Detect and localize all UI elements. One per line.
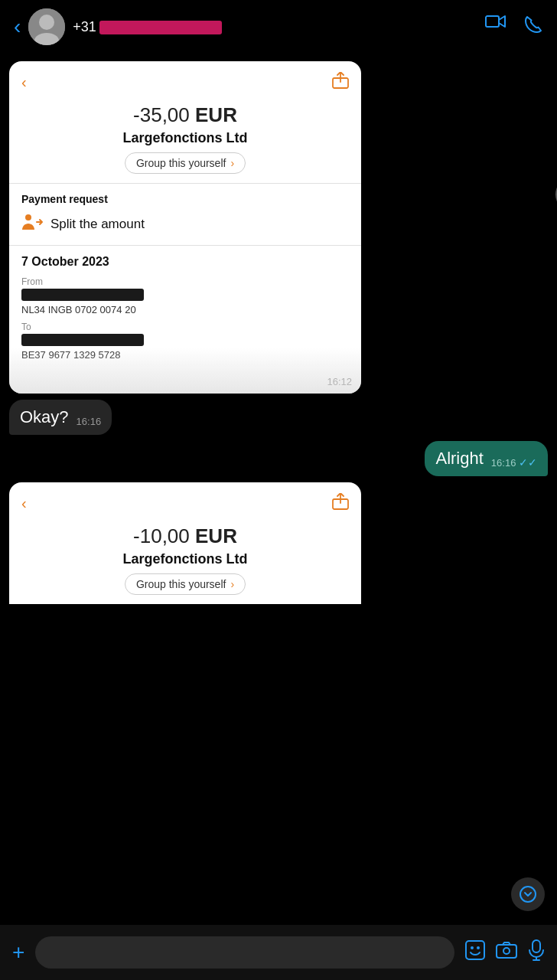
card-amount-2: -10,00 EUR — [21, 524, 349, 548]
avatar[interactable] — [28, 8, 65, 45]
group-yourself-button-2[interactable]: Group this yourself › — [125, 573, 246, 595]
bubble-okay-text: Okay? — [20, 407, 69, 427]
to-redacted-1 — [21, 334, 144, 346]
chat-area: ‹ -35,00 EUR Largefonctions Ltd Group th… — [0, 54, 557, 671]
card-merchant-1: Largefonctions Ltd — [21, 130, 349, 146]
card-date-1: 7 October 2023 — [21, 255, 349, 269]
payment-request-label-1: Payment request — [21, 193, 349, 205]
contact-name: +31 — [73, 19, 485, 35]
card-timestamp-1: 16:12 — [9, 373, 361, 394]
sent-message-alright: Alright 16:16 ✓✓ — [9, 441, 548, 476]
camera-button[interactable] — [496, 942, 517, 963]
card-amount-section-2: -10,00 EUR Largefonctions Ltd Group this… — [9, 520, 361, 604]
card-share-button-1[interactable] — [332, 72, 349, 93]
payment-card-2: ‹ -10,00 EUR Largefonctions Ltd Group th… — [9, 482, 361, 604]
card-header-1: ‹ — [9, 61, 361, 99]
to-label-1: To — [21, 322, 349, 332]
bubble-alright: Alright 16:16 ✓✓ — [425, 441, 548, 476]
redacted-number — [99, 21, 222, 34]
from-redacted-1 — [21, 289, 144, 301]
split-row-1[interactable]: Split the amount — [21, 213, 349, 236]
split-icon-1 — [21, 213, 43, 236]
double-check-icon: ✓✓ — [519, 456, 537, 469]
card-amount-1: -35,00 EUR — [21, 103, 349, 127]
card-from-to-1: From NL34 INGB 0702 0074 20 To BE37 9677… — [21, 276, 349, 370]
bubble-alright-time: 16:16 ✓✓ — [491, 456, 537, 469]
payment-card-2-wrap: ‹ -10,00 EUR Largefonctions Ltd Group th… — [9, 482, 548, 604]
to-account-1: BE37 9677 1329 5728 — [21, 349, 349, 361]
card-date-section-1: 7 October 2023 From NL34 INGB 0702 0074 … — [9, 245, 361, 373]
bubble-alright-text: Alright — [435, 449, 483, 469]
svg-point-12 — [503, 948, 510, 954]
svg-rect-11 — [497, 945, 516, 958]
message-input[interactable] — [35, 936, 454, 969]
card-back-button-1[interactable]: ‹ — [21, 74, 27, 91]
svg-point-5 — [25, 214, 31, 220]
bubble-okay: Okay? 16:16 — [9, 400, 112, 435]
svg-rect-13 — [533, 940, 540, 952]
svg-point-7 — [520, 887, 536, 902]
card-share-button-2[interactable] — [332, 493, 349, 514]
svg-point-1 — [39, 15, 54, 30]
card-back-button-2[interactable]: ‹ — [21, 495, 27, 512]
svg-rect-3 — [486, 16, 499, 27]
card-merchant-2: Largefonctions Ltd — [21, 551, 349, 567]
top-bar: ‹ +31 — [0, 0, 557, 54]
sticker-button[interactable] — [465, 940, 485, 965]
received-message-okay: Okay? 16:16 — [9, 400, 548, 435]
group-yourself-button-1[interactable]: Group this yourself › — [125, 152, 246, 174]
card-header-2: ‹ — [9, 482, 361, 520]
svg-rect-8 — [466, 941, 484, 959]
mic-button[interactable] — [528, 939, 545, 965]
add-attachment-button[interactable]: + — [12, 940, 24, 965]
bottom-icons — [465, 939, 545, 965]
back-button[interactable]: ‹ — [14, 15, 21, 39]
video-call-button[interactable] — [485, 15, 507, 39]
top-icons — [485, 15, 543, 39]
bubble-okay-time: 16:16 — [77, 416, 102, 427]
svg-point-9 — [471, 946, 474, 949]
from-label-1: From — [21, 276, 349, 287]
scroll-down-button[interactable] — [511, 877, 545, 911]
split-text-1: Split the amount — [50, 217, 145, 232]
phone-call-button[interactable] — [523, 15, 543, 39]
payment-card-1: ‹ -35,00 EUR Largefonctions Ltd Group th… — [9, 61, 361, 394]
payment-card-1-wrap: ‹ -35,00 EUR Largefonctions Ltd Group th… — [9, 61, 548, 394]
bottom-bar: + — [0, 925, 557, 980]
from-account-1: NL34 INGB 0702 0074 20 — [21, 304, 349, 315]
card-amount-section-1: -35,00 EUR Largefonctions Ltd Group this… — [9, 99, 361, 183]
to-row-1: To BE37 9677 1329 5728 — [21, 322, 349, 361]
payment-request-section-1: Payment request Split the amount — [9, 183, 361, 245]
from-row-1: From NL34 INGB 0702 0074 20 — [21, 276, 349, 315]
chevron-icon-1: › — [230, 157, 234, 169]
chevron-icon-2: › — [230, 578, 234, 590]
svg-point-10 — [477, 946, 480, 949]
